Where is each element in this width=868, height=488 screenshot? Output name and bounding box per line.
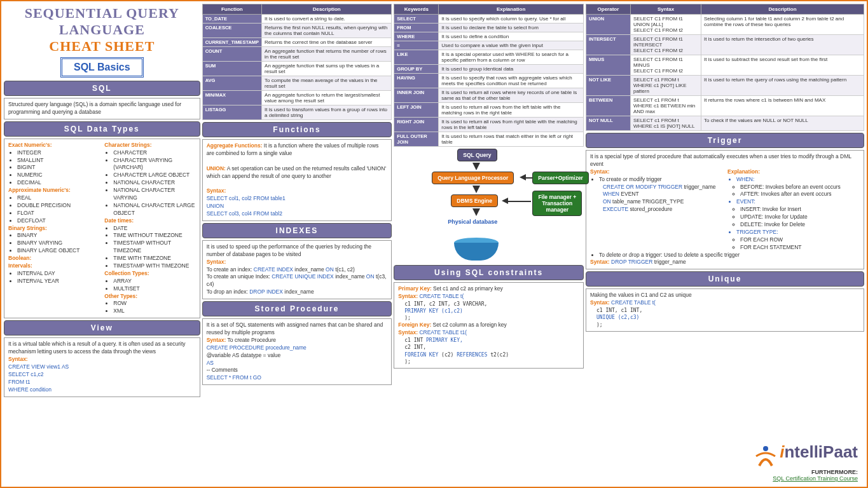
logo-icon: [753, 444, 778, 469]
stored-body: It is a set of SQL statements with assig…: [202, 318, 392, 385]
constraints-body: Primary Key: Set c1 and c2 as primary ke…: [394, 282, 584, 369]
operators-table: OperatorSyntaxDescription UNIONSELECT C1…: [586, 4, 864, 131]
svg-point-0: [763, 446, 768, 451]
keywords-table: KeywordsExplanation SELECTIt is used to …: [394, 4, 584, 147]
trigger-body: It is a special type of stored procedure…: [586, 150, 864, 269]
title-basics: SQL Basics: [60, 57, 144, 78]
datatypes-body: Exact Numeric's: INTEGERSMALLINTBIGINTNU…: [4, 139, 200, 318]
unique-body: Making the values in C1 and C2 as unique…: [586, 288, 864, 331]
sql-body: Structured query language (SQL) is a dom…: [4, 98, 200, 119]
unique-header: Unique: [586, 271, 864, 287]
logo-area: intelliPaat FURTHERMORE: SQL Certificati…: [586, 440, 864, 484]
indexes-header: INDEXES: [202, 223, 392, 238]
stored-header: Stored Procedure: [202, 301, 392, 316]
title-cheat: CHEAT SHEET: [5, 38, 199, 55]
indexes-body: It is used to speed up the performance o…: [202, 240, 392, 299]
constraints-header: Using SQL constraints: [394, 265, 584, 280]
sql-header: SQL: [4, 81, 200, 96]
datatypes-header: SQL Data Types: [4, 121, 200, 137]
view-header: View: [4, 320, 200, 336]
function-table: FunctionDescription TO_DATEIt is used to…: [202, 4, 392, 120]
title-line1: SEQUENTIAL QUERY: [5, 5, 199, 22]
course-link[interactable]: SQL Certification Training Course: [773, 475, 858, 482]
sql-diagram: SQL Query Query Language Processor Parse…: [394, 149, 584, 263]
trigger-header: Trigger: [586, 133, 864, 148]
title-line2: LANGUAGE: [5, 22, 199, 38]
title-block: SEQUENTIAL QUERY LANGUAGE CHEAT SHEET SQ…: [4, 4, 200, 79]
functions-header: Functions: [202, 122, 392, 137]
view-body: It is a virtual table which is a result …: [4, 337, 200, 396]
functions-body: Aggregate Functions: It is a function wh…: [202, 139, 392, 221]
